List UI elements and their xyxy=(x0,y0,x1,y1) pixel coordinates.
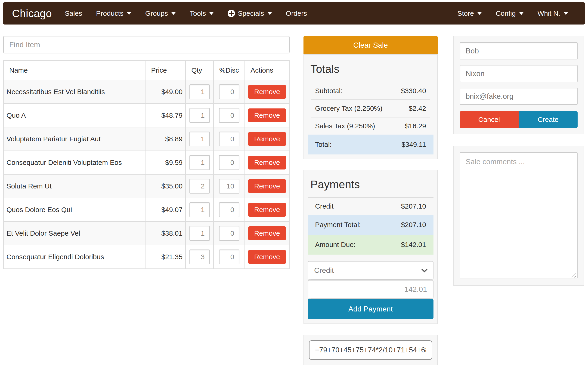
subtotal-row: Subtotal: $330.40 xyxy=(308,82,434,100)
qty-input[interactable] xyxy=(189,155,210,170)
disc-input[interactable] xyxy=(219,202,239,217)
first-name-input[interactable] xyxy=(460,42,578,60)
remove-button[interactable]: Remove xyxy=(248,132,286,146)
nav-item-config[interactable]: Config xyxy=(489,9,531,17)
remove-button[interactable]: Remove xyxy=(248,179,286,193)
subtotal-value: $330.40 xyxy=(401,87,426,95)
table-row: Et Velit Dolor Saepe Vel $38.01 Remove xyxy=(3,222,289,245)
email-input[interactable] xyxy=(460,88,578,105)
payment-amount-input[interactable] xyxy=(308,280,434,299)
disc-input[interactable] xyxy=(219,179,239,194)
customer-buttons: Cancel Create xyxy=(460,111,578,128)
nav-item-products[interactable]: Products xyxy=(89,9,138,17)
top-navbar: Chicago Sales Products Groups Tools Spec… xyxy=(3,2,585,24)
disc-input[interactable] xyxy=(219,249,239,264)
clear-sale-button[interactable]: Clear Sale xyxy=(303,36,438,54)
sales-tax-label: Sales Tax (9.250%) xyxy=(315,122,375,130)
find-item-input[interactable] xyxy=(3,36,290,53)
payment-total-row: Payment Total: $207.10 xyxy=(308,215,434,235)
qty-input[interactable] xyxy=(189,179,210,194)
disc-input[interactable] xyxy=(219,226,239,241)
grocery-tax-label: Grocery Tax (2.250%) xyxy=(315,104,382,112)
nav-item-tools[interactable]: Tools xyxy=(183,9,221,17)
credit-payment-row: Credit $207.10 xyxy=(308,198,434,215)
remove-button[interactable]: Remove xyxy=(248,108,286,122)
table-row: Voluptatem Pariatur Fugiat Aut $8.89 Rem… xyxy=(3,127,289,151)
nav-left: Sales Products Groups Tools Specials Ord… xyxy=(58,9,314,17)
total-row: Total: $349.11 xyxy=(308,135,434,154)
sale-items-table: Name Price Qty %Disc Actions Necessitati… xyxy=(3,60,290,269)
remove-button[interactable]: Remove xyxy=(248,156,286,169)
total-value: $349.11 xyxy=(401,141,426,148)
item-name: Voluptatem Pariatur Fugiat Aut xyxy=(3,127,145,151)
nav-item-sales[interactable]: Sales xyxy=(58,9,89,17)
totals-title: Totals xyxy=(310,63,434,75)
sales-tax-row: Sales Tax (9.250%) $16.29 xyxy=(308,118,434,135)
sale-items-section: Name Price Qty %Disc Actions Necessitati… xyxy=(3,36,290,269)
table-header-row: Name Price Qty %Disc Actions xyxy=(3,61,289,80)
item-price: $8.89 xyxy=(145,127,186,151)
customer-panel: Cancel Create xyxy=(453,36,584,134)
caret-down-icon xyxy=(564,12,568,15)
item-price: $35.00 xyxy=(145,174,186,198)
remove-button[interactable]: Remove xyxy=(248,85,286,99)
sale-comments-textarea[interactable] xyxy=(460,152,578,278)
nav-right: Store Config Whit N. xyxy=(450,9,575,17)
qty-input[interactable] xyxy=(189,108,210,123)
caret-down-icon xyxy=(209,12,214,15)
item-price: $49.07 xyxy=(145,198,186,222)
nav-item-store[interactable]: Store xyxy=(450,9,489,17)
remove-button[interactable]: Remove xyxy=(248,250,286,264)
item-name: Consequatur Eligendi Doloribus xyxy=(3,245,145,269)
add-payment-button[interactable]: Add Payment xyxy=(308,299,434,319)
item-name: Quo A xyxy=(3,103,145,127)
table-row: Quos Dolore Eos Qui $49.07 Remove xyxy=(3,198,289,222)
qty-input[interactable] xyxy=(189,84,210,99)
item-name: Soluta Rem Ut xyxy=(3,174,145,198)
col-header-qty: Qty xyxy=(186,61,213,80)
nav-item-user-menu[interactable]: Whit N. xyxy=(531,9,575,17)
create-button[interactable]: Create xyxy=(519,111,578,128)
col-header-disc: %Disc xyxy=(213,61,245,80)
calculator-panel xyxy=(303,335,438,365)
qty-input[interactable] xyxy=(189,226,210,241)
disc-input[interactable] xyxy=(219,108,239,123)
remove-button[interactable]: Remove xyxy=(248,226,286,240)
remove-button[interactable]: Remove xyxy=(248,203,286,217)
qty-input[interactable] xyxy=(189,249,210,264)
qty-input[interactable] xyxy=(189,132,210,146)
amount-due-row: Amount Due: $142.01 xyxy=(308,235,434,255)
disc-input[interactable] xyxy=(219,84,239,99)
nav-item-specials[interactable]: Specials xyxy=(221,9,279,17)
item-price: $38.01 xyxy=(145,222,186,245)
table-row: Consequatur Eligendi Doloribus $21.35 Re… xyxy=(3,245,289,269)
disc-input[interactable] xyxy=(219,132,239,146)
col-header-name: Name xyxy=(3,61,145,80)
credit-payment-value: $207.10 xyxy=(401,202,426,210)
payment-method-select[interactable]: Credit xyxy=(308,261,434,280)
table-row: Consequatur Deleniti Voluptatem Eos $9.5… xyxy=(3,151,289,174)
qty-input[interactable] xyxy=(189,202,210,217)
nav-item-orders[interactable]: Orders xyxy=(279,9,314,17)
subtotal-label: Subtotal: xyxy=(315,87,342,95)
grocery-tax-row: Grocery Tax (2.250%) $2.42 xyxy=(308,100,434,117)
total-label: Total: xyxy=(315,141,332,148)
nav-item-groups[interactable]: Groups xyxy=(138,9,183,17)
payment-total-label: Payment Total: xyxy=(315,221,361,229)
caret-down-icon xyxy=(127,12,131,15)
brand-chicago[interactable]: Chicago xyxy=(12,7,52,20)
caret-down-icon xyxy=(477,12,482,15)
caret-down-icon xyxy=(171,12,176,15)
payments-panel: Payments Credit $207.10 Payment Total: $… xyxy=(303,170,438,324)
table-row: Necessitatibus Est Vel Blanditiis $49.00… xyxy=(3,80,289,103)
item-price: $9.59 xyxy=(145,151,186,174)
item-name: Consequatur Deleniti Voluptatem Eos xyxy=(3,151,145,174)
item-name: Quos Dolore Eos Qui xyxy=(3,198,145,222)
caret-down-icon xyxy=(267,12,272,15)
last-name-input[interactable] xyxy=(460,65,578,82)
disc-input[interactable] xyxy=(219,155,239,170)
sale-comments-panel xyxy=(453,146,584,286)
calculator-input[interactable] xyxy=(309,340,432,360)
totals-panel: Totals Subtotal: $330.40 Grocery Tax (2.… xyxy=(303,54,438,159)
cancel-button[interactable]: Cancel xyxy=(460,111,519,128)
